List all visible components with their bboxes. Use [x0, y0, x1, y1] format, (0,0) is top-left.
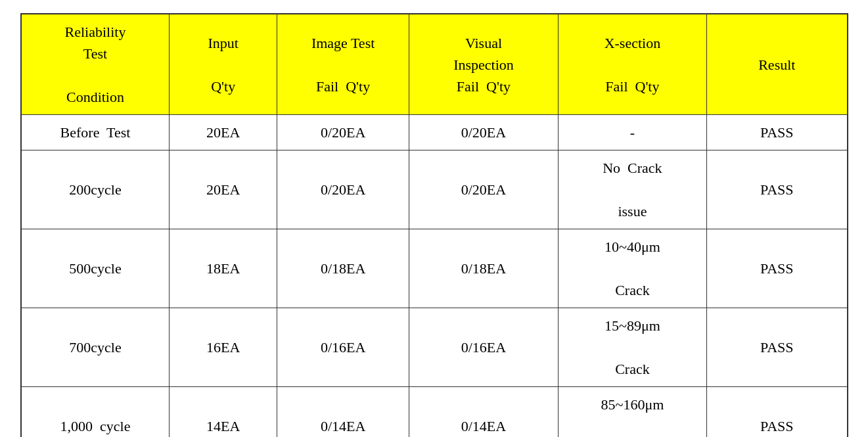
cell-result: PASS: [707, 150, 848, 229]
cell-xsection: No Crackissue: [558, 150, 706, 229]
header-result: Result: [707, 14, 848, 115]
header-xsection: X-sectionFail Q'ty: [558, 14, 706, 115]
cell-image-test: 0/14EA: [277, 387, 409, 438]
header-condition: ReliabilityTestCondition: [21, 14, 170, 115]
cell-condition: 1,000 cycle: [21, 387, 170, 438]
cell-input-qty: 20EA: [170, 150, 277, 229]
cell-visual: 0/20EA: [409, 150, 558, 229]
cell-visual: 0/16EA: [409, 308, 558, 387]
cell-xsection: -: [558, 115, 706, 150]
cell-xsection: 85~160μmCrack: [558, 387, 706, 438]
cell-input-qty: 16EA: [170, 308, 277, 387]
cell-input-qty: 20EA: [170, 115, 277, 150]
header-row: ReliabilityTestCondition InputQ'ty Image…: [21, 14, 848, 115]
table-row: 1,000 cycle 14EA 0/14EA 0/14EA 85~160μmC…: [21, 387, 848, 438]
cell-result: PASS: [707, 387, 848, 438]
cell-condition: 200cycle: [21, 150, 170, 229]
cell-xsection: 10~40μmCrack: [558, 229, 706, 308]
cell-image-test: 0/16EA: [277, 308, 409, 387]
cell-visual: 0/18EA: [409, 229, 558, 308]
table-row: 200cycle 20EA 0/20EA 0/20EA No Crackissu…: [21, 150, 848, 229]
cell-input-qty: 18EA: [170, 229, 277, 308]
cell-image-test: 0/20EA: [277, 115, 409, 150]
header-image-test: Image TestFail Q'ty: [277, 14, 409, 115]
cell-result: PASS: [707, 115, 848, 150]
cell-result: PASS: [707, 229, 848, 308]
cell-image-test: 0/18EA: [277, 229, 409, 308]
header-input-qty: InputQ'ty: [170, 14, 277, 115]
reliability-table: ReliabilityTestCondition InputQ'ty Image…: [20, 13, 848, 437]
cell-condition: Before Test: [21, 115, 170, 150]
header-visual-inspection: VisualInspectionFail Q'ty: [409, 14, 558, 115]
cell-condition: 700cycle: [21, 308, 170, 387]
cell-visual: 0/14EA: [409, 387, 558, 438]
cell-result: PASS: [707, 308, 848, 387]
cell-condition: 500cycle: [21, 229, 170, 308]
table-row: 700cycle 16EA 0/16EA 0/16EA 15~89μmCrack…: [21, 308, 848, 387]
table-wrapper: ReliabilityTestCondition InputQ'ty Image…: [20, 13, 848, 437]
cell-xsection: 15~89μmCrack: [558, 308, 706, 387]
cell-image-test: 0/20EA: [277, 150, 409, 229]
cell-visual: 0/20EA: [409, 115, 558, 150]
table-row: 500cycle 18EA 0/18EA 0/18EA 10~40μmCrack…: [21, 229, 848, 308]
table-row: Before Test 20EA 0/20EA 0/20EA - PASS: [21, 115, 848, 150]
cell-input-qty: 14EA: [170, 387, 277, 438]
